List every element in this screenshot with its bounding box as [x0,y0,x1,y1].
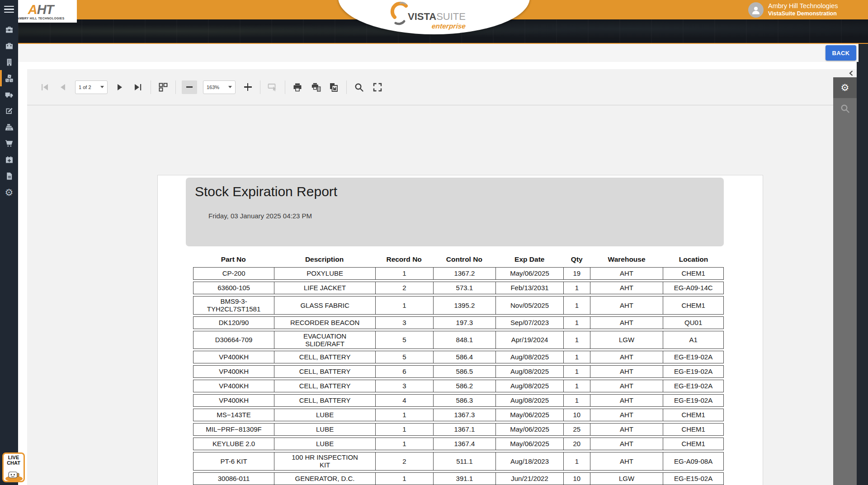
column-header: Warehouse [590,253,663,265]
table-cell: PT-6 KIT [193,452,274,470]
logo-acronym-ht: HT [37,2,54,17]
sidebar-item-documents[interactable] [0,168,18,184]
document-icon [5,171,14,181]
table-cell: 1395.2 [433,297,495,314]
table-cell: 1 [563,331,590,349]
table-cell: 391.1 [433,473,495,485]
table-cell: RECORDER BEACON [274,317,375,329]
table-cell: 63600-105 [193,282,274,294]
table-cell: EG-E19-02A [663,366,723,377]
sidebar-item-building[interactable] [0,54,18,70]
action-bar [18,44,859,62]
last-page-button[interactable] [132,81,145,94]
sidebar-item-register[interactable] [0,119,18,135]
print-icon [292,82,303,93]
toolbar-separator [285,80,285,94]
table-cell: LUBE [274,424,375,435]
first-page-button[interactable] [38,81,51,94]
live-chat-button[interactable]: LIVE CHAT [2,452,25,482]
report-title-box: Stock Expiration Report Friday, 03 Janua… [186,178,724,246]
table-row: 63600-105LIFE JACKET2573.1Feb/13/20311AH… [193,282,724,294]
chevron-left-icon [849,71,853,76]
table-cell: 25 [563,424,590,435]
user-name: Ambry Hill Technologies [768,2,838,10]
sidebar-item-inventory[interactable] [0,70,18,86]
column-header: Part No [193,253,274,265]
edit-note-icon [5,106,14,116]
plus-icon [244,83,252,91]
chat-robot-icon [5,471,24,481]
next-page-icon [114,82,125,93]
table-cell: CHEM1 [663,268,723,279]
export-icon [328,82,339,93]
panel-search-button[interactable] [833,98,857,119]
search-document-button[interactable] [353,81,365,94]
multi-page-view-button[interactable] [157,81,170,94]
sidebar-item-shipping[interactable] [0,86,18,103]
previous-page-button[interactable] [57,81,69,94]
table-cell: May/06/2025 [495,409,563,421]
toolbox-alt-icon [5,41,14,51]
sidebar-item-cart[interactable] [0,135,18,151]
text-selection-button[interactable] [266,81,279,94]
zoom-level-select[interactable]: 163% [203,80,236,94]
table-row: DK120/90RECORDER BEACON3197.3Sep/07/2023… [193,316,724,329]
live-chat-label-2: CHAT [7,460,20,466]
panel-settings-button[interactable]: ⚙ [833,77,857,98]
table-row: MS−143TELUBE11367.3May/06/202510AHTCHEM1 [193,409,724,421]
table-cell: CHEM1 [663,297,723,314]
table-cell: Sep/07/2023 [495,317,563,329]
table-cell: 1 [563,366,590,377]
column-header: Description [274,253,375,265]
page-number-select[interactable]: 1 of 2 [75,80,108,94]
calendar-add-icon [5,155,14,165]
table-cell: 1 [375,424,433,435]
next-page-button[interactable] [113,81,126,94]
table-cell: 1367.4 [433,438,495,450]
table-cell: QU01 [663,317,723,329]
building-icon [5,57,14,67]
menu-icon[interactable] [4,6,14,13]
table-cell: Jun/21/2022 [495,473,563,485]
back-button[interactable]: BACK [826,45,856,61]
sidebar-item-toolbox-alt[interactable] [0,38,18,54]
inventory-cubes-icon [5,74,14,83]
sidebar-item-edit[interactable] [0,103,18,119]
sidebar-item-settings[interactable]: ⚙ [0,184,18,200]
table-cell: POXYLUBE [274,268,375,279]
table-cell: 1 [563,317,590,329]
table-cell: CP-200 [193,268,274,279]
table-cell: EG-A09-14C [663,282,723,294]
sidebar-item-toolbox[interactable] [0,21,18,38]
print-page-button[interactable] [310,81,322,94]
export-button[interactable] [328,82,340,93]
report-page: Stock Expiration Report Friday, 03 Janua… [157,175,763,485]
table-cell: AHT [590,317,663,329]
full-screen-button[interactable] [371,81,384,94]
user-subtitle: VistaSuite Demonstration [768,10,838,17]
table-cell: 848.1 [433,331,495,349]
table-row: VP400KHCELL, BATTERY6586.5Aug/08/20251AH… [193,365,724,378]
table-cell: AHT [590,424,663,435]
zoom-out-button[interactable] [182,80,197,94]
print-button[interactable] [291,81,304,94]
sidebar-item-calendar[interactable] [0,151,18,168]
table-cell: May/06/2025 [495,424,563,435]
table-cell: CHEM1 [663,424,723,435]
cash-register-icon [5,122,14,132]
selection-tool-icon [267,82,278,93]
table-cell: BMS9-3- TYH2CL7ST1581 [193,297,274,314]
zoom-in-button[interactable] [241,81,254,94]
table-cell: 1 [375,297,433,314]
toolbar-separator [151,80,151,94]
table-cell: EG-E19-02A [663,395,723,406]
table-cell: 3 [375,317,433,329]
table-cell: AHT [590,438,663,450]
report-table-body: CP-200POXYLUBE11367.2May/06/202519AHTCHE… [193,267,724,485]
table-cell: Nov/05/2025 [495,297,563,314]
collapse-panel-button[interactable] [833,69,857,77]
table-cell: Aug/08/2025 [495,395,563,406]
toolbar-separator [346,80,347,94]
user-menu[interactable]: Ambry Hill Technologies VistaSuite Demon… [748,0,838,19]
table-cell: 1367.1 [433,424,495,435]
